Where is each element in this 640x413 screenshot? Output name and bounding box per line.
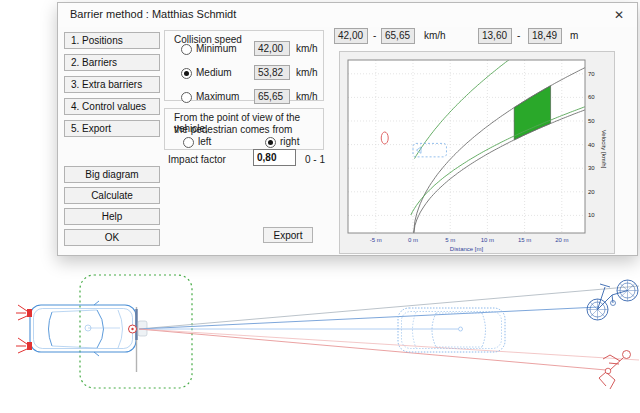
calculate-button[interactable]: Calculate	[64, 187, 160, 204]
velocity-distance-chart-panel: -5 m0 m5 m10 m15 m20 mDistance [m]102030…	[339, 51, 615, 254]
sight-line-gray	[139, 286, 639, 329]
screen: Barrier method : Matthias Schmidt ✕ 1. P…	[0, 0, 640, 413]
radio-right[interactable]	[265, 137, 276, 148]
sight-line-bicycle	[139, 307, 599, 329]
svg-text:10: 10	[588, 212, 595, 218]
nav-button-label: 2. Barriers	[71, 57, 117, 68]
radio-medium[interactable]	[181, 68, 192, 79]
svg-text:20: 20	[588, 189, 595, 195]
target-point-marker	[459, 327, 463, 331]
distance-unit-label: m	[570, 30, 578, 41]
sight-lines	[139, 286, 639, 370]
help-button[interactable]: Help	[64, 208, 160, 225]
radio-left[interactable]	[183, 137, 194, 148]
radio-maximum-label: Maximum	[196, 91, 239, 102]
nav-button-barriers[interactable]: 2. Barriers	[64, 54, 160, 71]
target-vehicle	[398, 308, 505, 352]
svg-text:50: 50	[588, 118, 595, 124]
radio-minimum[interactable]	[181, 44, 192, 55]
unit-label: km/h	[296, 67, 318, 78]
svg-text:-5 m: -5 m	[370, 237, 382, 243]
radio-right-label: right	[280, 136, 299, 147]
x-axis-title: Distance [m]	[450, 246, 484, 252]
velocity-distance-chart: -5 m0 m5 m10 m15 m20 mDistance [m]102030…	[340, 52, 616, 255]
nav-button-label: 4. Control values	[71, 101, 146, 112]
nav-button-label: 3. Extra barriers	[71, 79, 142, 90]
close-icon[interactable]: ✕	[609, 7, 629, 23]
pov-group: From the point of view of the vehicle, t…	[164, 108, 324, 150]
impact-factor-label: Impact factor	[168, 154, 226, 165]
bicycle	[587, 280, 638, 320]
distance-from-field: 13,60	[478, 28, 512, 44]
svg-text:30: 30	[588, 165, 595, 171]
y-axis-title: Velocity [km/h]	[601, 130, 607, 169]
button-label: Export	[274, 230, 303, 241]
speed-unit-label: km/h	[424, 30, 446, 41]
svg-text:10 m: 10 m	[481, 237, 494, 243]
barrier-line	[137, 307, 148, 372]
nav-button-control-values[interactable]: 4. Control values	[64, 98, 160, 115]
nav-button-export[interactable]: 5. Export	[64, 120, 160, 137]
nav-button-label: 1. Positions	[71, 35, 123, 46]
distance-to-field: 18,49	[528, 28, 562, 44]
nav-button-extra-barriers[interactable]: 3. Extra barriers	[64, 76, 160, 93]
speed-range-separator: -	[373, 30, 376, 41]
maximum-speed-field: 65,65	[254, 89, 290, 104]
collision-point-marker	[129, 325, 137, 333]
title-bar[interactable]: Barrier method : Matthias Schmidt ✕	[58, 3, 637, 27]
x-axis-labels: -5 m0 m5 m10 m15 m20 mDistance [m]	[370, 237, 569, 252]
export-button[interactable]: Export	[263, 227, 313, 243]
sight-line-pedestrian	[139, 329, 606, 370]
speed-to-field: 65,65	[381, 28, 415, 44]
impact-factor-range: 0 - 1	[305, 154, 325, 165]
collision-scene-diagram	[0, 258, 640, 413]
unit-label: km/h	[296, 91, 318, 102]
sight-line-red-secondary	[139, 329, 639, 360]
ok-button[interactable]: OK	[64, 229, 160, 246]
nav-button-label: 5. Export	[71, 123, 111, 134]
svg-text:60: 60	[588, 94, 595, 100]
svg-text:0 m: 0 m	[408, 237, 418, 243]
button-label: Calculate	[91, 190, 133, 201]
collision-speed-group: Collision speed Minimum 42,00 km/h Mediu…	[164, 30, 324, 101]
distance-range-separator: -	[517, 30, 520, 41]
dialog-title: Barrier method : Matthias Schmidt	[70, 8, 236, 20]
svg-text:15 m: 15 m	[518, 237, 531, 243]
medium-speed-field: 53,82	[254, 65, 290, 80]
button-label: OK	[105, 232, 119, 243]
nav-button-positions[interactable]: 1. Positions	[64, 32, 160, 49]
speed-from-field: 42,00	[334, 28, 368, 44]
svg-text:70: 70	[588, 71, 595, 77]
button-label: Big diagram	[85, 169, 138, 180]
svg-text:40: 40	[588, 142, 595, 148]
button-label: Help	[102, 211, 123, 222]
svg-text:20 m: 20 m	[555, 237, 568, 243]
barrier-method-dialog: Barrier method : Matthias Schmidt ✕ 1. P…	[57, 2, 638, 256]
impact-factor-input[interactable]	[253, 149, 296, 166]
pov-text-line2: the pedestrian comes from	[174, 124, 292, 135]
radio-minimum-label: Minimum	[196, 43, 237, 54]
minimum-speed-field: 42,00	[254, 41, 290, 56]
svg-text:5 m: 5 m	[445, 237, 455, 243]
big-diagram-button[interactable]: Big diagram	[64, 166, 160, 183]
unit-label: km/h	[296, 43, 318, 54]
radio-medium-label: Medium	[196, 67, 232, 78]
ego-vehicle	[30, 301, 136, 356]
radio-left-label: left	[198, 136, 211, 147]
radio-maximum[interactable]	[181, 92, 192, 103]
y-axis-labels: 10203040506070	[588, 71, 595, 219]
